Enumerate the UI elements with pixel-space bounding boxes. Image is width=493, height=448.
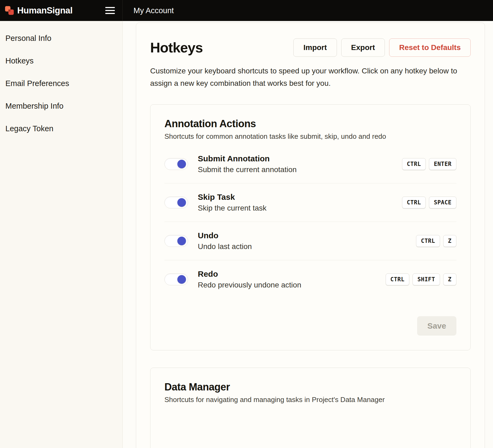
hotkeys-description: Customize your keyboard shortcuts to spe… (150, 65, 471, 90)
key-badge[interactable]: Z (443, 235, 456, 247)
save-row: Save (164, 316, 456, 336)
key-badge[interactable]: CTRL (402, 158, 426, 170)
key-badge[interactable]: SPACE (429, 197, 456, 208)
hotkey-name: Undo (198, 231, 416, 240)
hotkey-description: Submit the current annotation (198, 165, 402, 174)
hotkey-name: Submit Annotation (198, 154, 402, 163)
layout: Personal Info Hotkeys Email Preferences … (0, 21, 493, 448)
topbar: HumanSignal My Account (0, 0, 493, 21)
data-manager-section: Data Manager Shortcuts for navigating an… (150, 368, 471, 448)
hotkey-combo-submit-annotation[interactable]: CTRL ENTER (402, 158, 456, 170)
hotkey-row-submit-annotation: Submit Annotation Submit the current ann… (164, 145, 456, 183)
annotation-actions-section: Annotation Actions Shortcuts for common … (150, 104, 471, 350)
hotkey-name: Skip Task (198, 193, 402, 202)
save-button[interactable]: Save (417, 316, 456, 336)
sidebar-item-email-preferences[interactable]: Email Preferences (0, 72, 122, 95)
key-badge[interactable]: CTRL (416, 235, 440, 247)
hotkeys-card: Hotkeys Import Export Reset to Defaults … (136, 23, 485, 448)
sidebar-item-legacy-token[interactable]: Legacy Token (0, 117, 122, 140)
hotkey-rows: Submit Annotation Submit the current ann… (164, 145, 456, 298)
sidebar-item-personal-info[interactable]: Personal Info (0, 27, 122, 49)
key-badge[interactable]: CTRL (386, 273, 410, 285)
hotkey-description: Redo previously undone action (198, 281, 386, 289)
hotkey-row-text: Undo Undo last action (198, 231, 416, 251)
section-subtitle-data-manager: Shortcuts for navigating and managing ta… (164, 396, 456, 404)
sidebar-item-hotkeys[interactable]: Hotkeys (0, 49, 122, 72)
hotkey-row-text: Skip Task Skip the current task (198, 193, 402, 212)
hotkeys-header: Hotkeys Import Export Reset to Defaults (150, 38, 471, 57)
hotkey-row-text: Submit Annotation Submit the current ann… (198, 154, 402, 174)
hotkey-description: Undo last action (198, 242, 416, 251)
hotkey-row-undo: Undo Undo last action CTRL Z (164, 222, 456, 260)
page-title: My Account (123, 0, 174, 21)
toggle-redo[interactable] (164, 273, 188, 285)
toggle-skip-task[interactable] (164, 197, 188, 208)
hotkey-description: Skip the current task (198, 204, 402, 212)
sidebar-item-membership-info[interactable]: Membership Info (0, 95, 122, 117)
export-button[interactable]: Export (341, 38, 385, 57)
humansignal-logo-icon (4, 5, 15, 16)
key-badge[interactable]: ENTER (429, 158, 456, 170)
hotkey-row-text: Redo Redo previously undone action (198, 269, 386, 289)
hotkeys-title: Hotkeys (150, 40, 203, 56)
toggle-submit-annotation[interactable] (164, 158, 188, 170)
main-content: Hotkeys Import Export Reset to Defaults … (123, 21, 493, 448)
brand-logo[interactable]: HumanSignal (4, 5, 72, 16)
brand-name: HumanSignal (17, 5, 72, 16)
section-title-data-manager: Data Manager (164, 381, 456, 393)
key-badge[interactable]: Z (443, 273, 456, 285)
toggle-knob (177, 275, 186, 284)
hotkey-name: Redo (198, 269, 386, 279)
topbar-left: HumanSignal (0, 0, 123, 21)
toggle-undo[interactable] (164, 235, 188, 247)
hotkey-combo-skip-task[interactable]: CTRL SPACE (402, 197, 456, 208)
hotkey-combo-redo[interactable]: CTRL SHIFT Z (386, 273, 456, 285)
hotkey-row-redo: Redo Redo previously undone action CTRL … (164, 260, 456, 298)
toggle-knob (177, 198, 186, 207)
hotkey-row-skip-task: Skip Task Skip the current task CTRL SPA… (164, 183, 456, 222)
reset-to-defaults-button[interactable]: Reset to Defaults (389, 38, 471, 57)
hotkey-combo-undo[interactable]: CTRL Z (416, 235, 456, 247)
sidebar: Personal Info Hotkeys Email Preferences … (0, 21, 123, 448)
toggle-knob (177, 160, 186, 168)
toggle-knob (177, 237, 186, 245)
key-badge[interactable]: CTRL (402, 197, 426, 208)
header-actions: Import Export Reset to Defaults (293, 38, 471, 57)
import-button[interactable]: Import (293, 38, 337, 57)
section-subtitle-annotation-actions: Shortcuts for common annotation tasks li… (164, 132, 456, 141)
menu-icon[interactable] (105, 5, 115, 16)
section-title-annotation-actions: Annotation Actions (164, 118, 456, 130)
key-badge[interactable]: SHIFT (413, 273, 440, 285)
